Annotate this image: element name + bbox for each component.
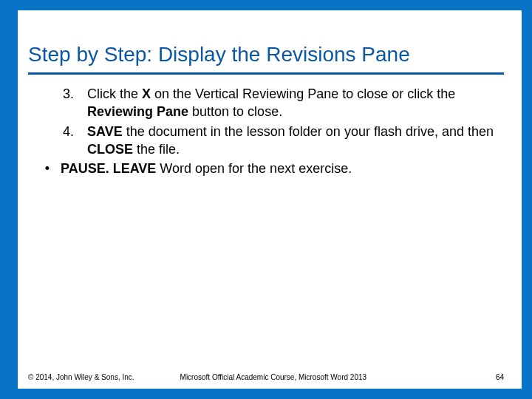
copyright-text: © 2014, John Wiley & Sons, Inc.: [28, 373, 134, 381]
step-number: 4.: [34, 123, 87, 159]
footer: © 2014, John Wiley & Sons, Inc. Microsof…: [28, 373, 504, 381]
course-text: Microsoft Official Academic Course, Micr…: [180, 373, 496, 381]
bullet-item: • PAUSE. LEAVE Word open for the next ex…: [34, 160, 504, 177]
bullet-text: PAUSE. LEAVE Word open for the next exer…: [61, 160, 504, 177]
step-item: 4. SAVE the document in the lesson folde…: [34, 123, 504, 159]
step-number: 3.: [34, 85, 87, 121]
bulleted-list: • PAUSE. LEAVE Word open for the next ex…: [34, 160, 504, 177]
page-title: Step by Step: Display the Revisions Pane: [28, 43, 504, 75]
slide: Step by Step: Display the Revisions Pane…: [0, 0, 532, 399]
content-area: 3. Click the X on the Vertical Reviewing…: [28, 85, 504, 177]
numbered-steps: 3. Click the X on the Vertical Reviewing…: [34, 85, 504, 158]
step-item: 3. Click the X on the Vertical Reviewing…: [34, 85, 504, 121]
bullet-marker: •: [34, 160, 61, 177]
step-text: Click the X on the Vertical Reviewing Pa…: [87, 85, 504, 121]
page-number: 64: [496, 373, 504, 381]
step-text: SAVE the document in the lesson folder o…: [87, 123, 504, 159]
